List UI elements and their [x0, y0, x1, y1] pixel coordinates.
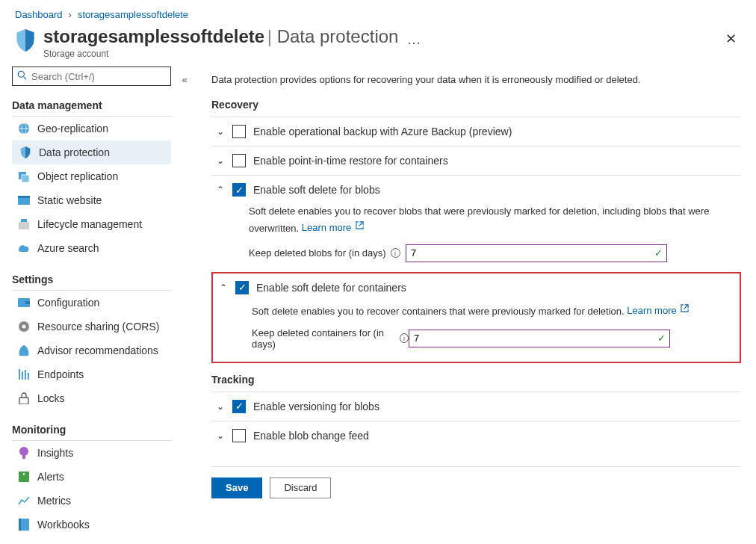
learn-more-link[interactable]: Learn more [627, 305, 689, 316]
svg-rect-23 [23, 473, 25, 475]
keep-days-label: Keep deleted containers for (in days) i [252, 327, 409, 350]
svg-point-14 [22, 325, 26, 329]
option-label: Enable blob change feed [253, 430, 369, 442]
sidebar-item-alerts[interactable]: Alerts [12, 465, 171, 489]
sidebar-item-locks[interactable]: Locks [12, 386, 171, 410]
save-button[interactable]: Save [211, 477, 262, 498]
chevron-up-icon[interactable]: ⌃ [216, 185, 225, 195]
sidebar-item-label: Object replication [37, 170, 118, 182]
sidebar-item-label: Geo-replication [37, 123, 108, 135]
title-bar: storagesamplessoftdelete | Data protecti… [0, 23, 756, 67]
sidebar-search[interactable] [12, 67, 171, 86]
sidebar-item-cors[interactable]: Resource sharing (CORS) [12, 315, 171, 339]
keep-days-containers-input[interactable] [409, 330, 670, 347]
svg-rect-25 [19, 519, 21, 531]
web-icon [18, 194, 30, 206]
breadcrumb-separator-icon: › [69, 9, 72, 20]
checkbox-soft-delete-blobs[interactable]: ✓ [232, 183, 246, 197]
page-title: storagesamplessoftdelete [43, 26, 264, 46]
sidebar-section-settings: Settings [12, 273, 171, 291]
insights-icon [18, 447, 30, 459]
chevron-down-icon[interactable]: ⌄ [216, 126, 225, 137]
option-description: Soft delete enables you to recover conta… [252, 305, 625, 316]
svg-rect-19 [19, 398, 28, 404]
svg-rect-21 [22, 455, 25, 459]
sidebar-item-advisor[interactable]: Advisor recommendations [12, 339, 171, 362]
chevron-up-icon[interactable]: ⌃ [219, 282, 228, 293]
keep-days-label: Keep deleted blobs for (in days) i [249, 247, 406, 259]
sidebar-item-label: Insights [37, 447, 73, 459]
sidebar-item-data-protection[interactable]: Data protection [12, 140, 171, 164]
svg-line-26 [359, 221, 364, 226]
learn-more-link[interactable]: Learn more [302, 222, 364, 233]
search-input[interactable] [31, 71, 166, 82]
svg-rect-6 [22, 175, 29, 182]
highlighted-option-box: ⌃ ✓ Enable soft delete for containers So… [211, 272, 741, 363]
keep-days-blobs-input[interactable] [406, 244, 667, 262]
search-icon [17, 70, 27, 82]
option-soft-delete-containers: ⌃ ✓ Enable soft delete for containers So… [214, 273, 734, 360]
sidebar-item-configuration[interactable]: Configuration [12, 291, 171, 315]
sidebar-section-data-mgmt: Data management [12, 99, 171, 117]
valid-icon: ✓ [654, 247, 663, 259]
more-actions-icon[interactable]: ⋯ [407, 34, 421, 51]
checkbox-versioning[interactable]: ✓ [232, 400, 246, 413]
checkbox-change-feed[interactable] [232, 429, 246, 442]
external-link-icon [681, 302, 689, 317]
sidebar-item-metrics[interactable]: Metrics [12, 489, 171, 513]
endpoints-icon [18, 368, 30, 380]
svg-rect-8 [18, 196, 30, 198]
recovery-heading: Recovery [211, 99, 741, 111]
sidebar-item-workbooks[interactable]: Workbooks [12, 513, 171, 537]
checkbox-pitr[interactable] [232, 154, 246, 167]
chevron-down-icon[interactable]: ⌄ [216, 155, 225, 166]
workbooks-icon [18, 519, 30, 531]
metrics-icon [18, 495, 30, 507]
chevron-down-icon[interactable]: ⌄ [216, 430, 225, 441]
sidebar-item-label: Azure search [37, 242, 99, 254]
close-icon[interactable]: ✕ [721, 26, 741, 52]
sidebar-item-geo-replication[interactable]: Geo-replication [12, 117, 171, 140]
cloud-icon [18, 242, 30, 254]
svg-rect-9 [19, 222, 29, 229]
sidebar-item-endpoints[interactable]: Endpoints [12, 362, 171, 386]
sidebar-item-azure-search[interactable]: Azure search [12, 236, 171, 260]
breadcrumb-home[interactable]: Dashboard [15, 9, 63, 20]
sidebar-item-label: Endpoints [37, 368, 84, 380]
sidebar-item-label: Resource sharing (CORS) [37, 321, 159, 333]
discard-button[interactable]: Discard [270, 477, 331, 498]
svg-rect-10 [21, 219, 27, 222]
sidebar-item-lifecycle[interactable]: Lifecycle management [12, 212, 171, 236]
checkbox-operational-backup[interactable] [232, 125, 246, 138]
external-link-icon [356, 219, 364, 234]
shield-icon [19, 146, 31, 158]
sidebar-item-static-website[interactable]: Static website [12, 188, 171, 212]
svg-rect-17 [25, 370, 26, 380]
sidebar-item-label: Alerts [37, 471, 64, 483]
stack-icon [18, 170, 30, 182]
sidebar-item-label: Locks [37, 392, 65, 404]
option-label: Enable point-in-time restore for contain… [253, 155, 448, 167]
info-icon[interactable]: i [391, 248, 400, 258]
svg-rect-18 [28, 373, 29, 380]
checkbox-soft-delete-containers[interactable]: ✓ [235, 281, 249, 294]
info-icon[interactable]: i [400, 333, 409, 343]
option-pitr: ⌄ Enable point-in-time restore for conta… [211, 146, 741, 175]
svg-rect-15 [19, 369, 20, 380]
sidebar-item-label: Advisor recommendations [37, 344, 158, 356]
chevron-down-icon[interactable]: ⌄ [216, 401, 225, 412]
svg-line-1 [24, 77, 27, 80]
svg-line-27 [684, 304, 689, 309]
tracking-heading: Tracking [211, 374, 741, 386]
sidebar-item-label: Lifecycle management [37, 218, 142, 230]
valid-icon: ✓ [657, 333, 666, 344]
svg-rect-12 [25, 301, 30, 304]
sidebar-item-label: Static website [37, 194, 102, 206]
main-content: Data protection provides options for rec… [193, 67, 756, 537]
sidebar-item-object-replication[interactable]: Object replication [12, 164, 171, 188]
sidebar-item-insights[interactable]: Insights [12, 441, 171, 465]
sidebar-item-label: Metrics [37, 495, 71, 507]
breadcrumb-current[interactable]: storagesamplessoftdelete [78, 9, 188, 20]
page-subtitle: Storage account [43, 49, 398, 59]
collapse-sidebar-icon[interactable]: « [176, 67, 193, 537]
